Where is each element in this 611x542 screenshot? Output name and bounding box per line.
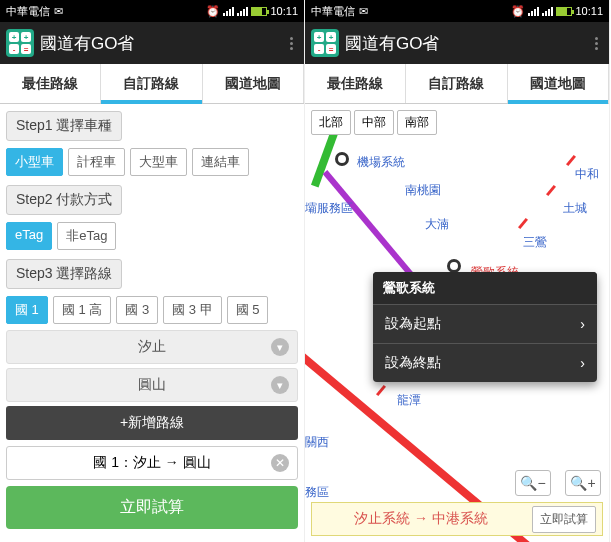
signal-icon xyxy=(542,6,553,16)
signal-icon xyxy=(237,6,248,16)
label-guanxi: 關西 xyxy=(305,434,329,451)
vehicle-taxi[interactable]: 計程車 xyxy=(68,148,125,176)
line-tick xyxy=(518,218,528,229)
hw-1[interactable]: 國 1 xyxy=(6,296,48,324)
station-node[interactable] xyxy=(335,152,349,166)
region-center[interactable]: 中部 xyxy=(354,110,394,135)
line-tick xyxy=(566,155,576,166)
pay-nonetag[interactable]: 非eTag xyxy=(57,222,116,250)
tab-custom-route[interactable]: 自訂路線 xyxy=(406,64,507,103)
from-value: 汐止 xyxy=(138,338,166,354)
chevron-down-icon: ▾ xyxy=(271,338,289,356)
label-service: 壩服務區 xyxy=(305,200,353,217)
line-tick xyxy=(546,185,556,196)
tab-bar: 最佳路線 自訂路線 國道地圖 xyxy=(0,64,304,104)
label-zhonghe: 中和 xyxy=(575,166,599,183)
signal-icon xyxy=(528,6,539,16)
custom-route-panel: Step1 選擇車種 小型車 計程車 大型車 連結車 Step2 付款方式 eT… xyxy=(0,104,304,542)
opt-label: 設為終點 xyxy=(385,354,441,372)
line-tick xyxy=(376,385,386,396)
label-dashi: 大湳 xyxy=(425,216,449,233)
app-icon: ++-= xyxy=(6,29,34,57)
summary-text: 國 1：汐止 → 圓山 xyxy=(93,454,210,470)
set-start-button[interactable]: 設為起點 › xyxy=(373,304,597,343)
opt-label: 設為起點 xyxy=(385,315,441,333)
route-summary: 國 1：汐止 → 圓山 ✕ xyxy=(6,446,298,480)
signal-icon xyxy=(223,6,234,16)
close-icon[interactable]: ✕ xyxy=(271,454,289,472)
status-bar: 中華電信 ✉ ⏰ 10:11 xyxy=(305,0,609,22)
route-bar: 汐止系統 → 中港系統 立即試算 xyxy=(311,502,603,536)
station-node-yingge[interactable] xyxy=(447,259,461,273)
tab-best-route[interactable]: 最佳路線 xyxy=(0,64,101,103)
battery-icon xyxy=(251,7,267,16)
vehicle-small[interactable]: 小型車 xyxy=(6,148,63,176)
highway-map[interactable]: 機場系統 南桃園 壩服務區 大湳 中和 土城 三鶯 鶯歌系統 龍潭 關西 務區 … xyxy=(305,104,609,542)
vehicle-large[interactable]: 大型車 xyxy=(130,148,187,176)
route-calc-button[interactable]: 立即試算 xyxy=(532,506,596,533)
clock: 10:11 xyxy=(270,5,298,17)
tab-bar: 最佳路線 自訂路線 國道地圖 xyxy=(305,64,609,104)
payment-options: eTag 非eTag xyxy=(6,222,298,250)
step3-label: Step3 選擇路線 xyxy=(6,259,122,289)
tab-custom-route[interactable]: 自訂路線 xyxy=(101,64,202,103)
map-panel[interactable]: 機場系統 南桃園 壩服務區 大湳 中和 土城 三鶯 鶯歌系統 龍潭 關西 務區 … xyxy=(305,104,609,542)
title-bar: ++-= 國道有GO省 xyxy=(0,22,304,64)
set-end-button[interactable]: 設為終點 › xyxy=(373,343,597,382)
vehicle-trailer[interactable]: 連結車 xyxy=(192,148,249,176)
app-title: 國道有GO省 xyxy=(345,32,583,55)
label-wuqu: 務區 xyxy=(305,484,329,501)
step1-label: Step1 選擇車種 xyxy=(6,111,122,141)
status-bar: 中華電信 ✉ ⏰ 10:11 xyxy=(0,0,304,22)
title-bar: ++-= 國道有GO省 xyxy=(305,22,609,64)
hw-3a[interactable]: 國 3 甲 xyxy=(163,296,221,324)
from-select[interactable]: 汐止 ▾ xyxy=(6,330,298,364)
alarm-icon: ⏰ xyxy=(511,5,525,18)
label-sanying: 三鶯 xyxy=(523,234,547,251)
highway-options: 國 1 國 1 高 國 3 國 3 甲 國 5 xyxy=(6,296,298,324)
vehicle-options: 小型車 計程車 大型車 連結車 xyxy=(6,148,298,176)
label-nantaoyuan: 南桃園 xyxy=(405,182,441,199)
carrier: 中華電信 xyxy=(6,4,50,19)
pay-etag[interactable]: eTag xyxy=(6,222,52,250)
overflow-icon[interactable] xyxy=(589,37,603,50)
label-tucheng: 土城 xyxy=(563,200,587,217)
phone-right: 中華電信 ✉ ⏰ 10:11 ++-= 國道有GO省 最佳路線 自訂路線 國道地… xyxy=(305,0,610,542)
zoom-controls: 🔍− 🔍+ xyxy=(515,470,601,496)
calculate-button[interactable]: 立即試算 xyxy=(6,486,298,529)
add-route-button[interactable]: +新增路線 xyxy=(6,406,298,440)
hw-1h[interactable]: 國 1 高 xyxy=(53,296,111,324)
battery-icon xyxy=(556,7,572,16)
hw-5[interactable]: 國 5 xyxy=(227,296,269,324)
clock: 10:11 xyxy=(575,5,603,17)
label-airport: 機場系統 xyxy=(357,154,405,171)
tab-map[interactable]: 國道地圖 xyxy=(508,64,609,103)
step2-label: Step2 付款方式 xyxy=(6,185,122,215)
route-text: 汐止系統 → 中港系統 xyxy=(318,510,524,528)
mms-icon: ✉ xyxy=(359,5,368,18)
region-north[interactable]: 北部 xyxy=(311,110,351,135)
alarm-icon: ⏰ xyxy=(206,5,220,18)
chevron-down-icon: ▾ xyxy=(271,376,289,394)
carrier: 中華電信 xyxy=(311,4,355,19)
to-value: 圓山 xyxy=(138,376,166,392)
region-south[interactable]: 南部 xyxy=(397,110,437,135)
to-select[interactable]: 圓山 ▾ xyxy=(6,368,298,402)
app-title: 國道有GO省 xyxy=(40,32,278,55)
zoom-out-button[interactable]: 🔍− xyxy=(515,470,551,496)
zoom-in-button[interactable]: 🔍+ xyxy=(565,470,601,496)
popup-title: 鶯歌系統 xyxy=(373,272,597,304)
station-popup: 鶯歌系統 設為起點 › 設為終點 › xyxy=(373,272,597,382)
region-buttons: 北部 中部 南部 xyxy=(311,110,437,135)
overflow-icon[interactable] xyxy=(284,37,298,50)
hw-3[interactable]: 國 3 xyxy=(116,296,158,324)
tab-map[interactable]: 國道地圖 xyxy=(203,64,304,103)
phone-left: 中華電信 ✉ ⏰ 10:11 ++-= 國道有GO省 最佳路線 自訂路線 國道地… xyxy=(0,0,305,542)
mms-icon: ✉ xyxy=(54,5,63,18)
tab-best-route[interactable]: 最佳路線 xyxy=(305,64,406,103)
chevron-right-icon: › xyxy=(580,355,585,371)
label-longtan: 龍潭 xyxy=(397,392,421,409)
chevron-right-icon: › xyxy=(580,316,585,332)
app-icon: ++-= xyxy=(311,29,339,57)
